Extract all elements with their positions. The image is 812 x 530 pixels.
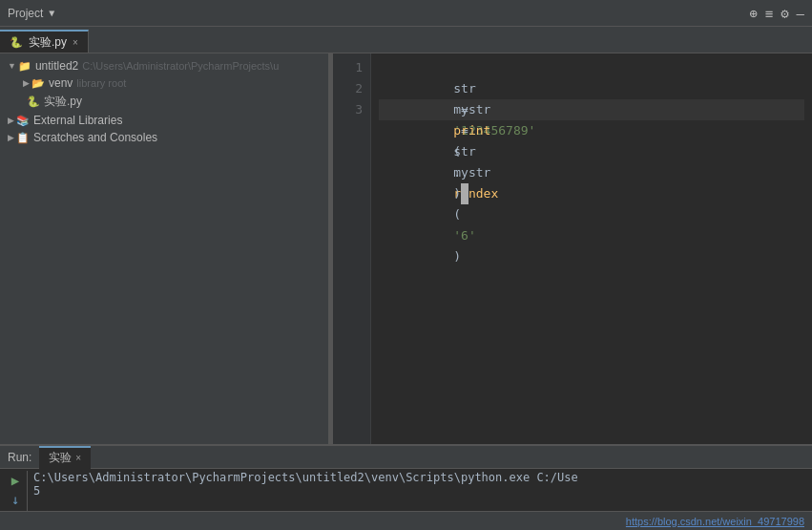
sidebar-item-external-libraries[interactable]: ▶ 📚 External Libraries bbox=[0, 112, 328, 129]
tab-label: 实验.py bbox=[29, 34, 67, 51]
run-output-text: C:\Users\Administrator\PycharmProjects\u… bbox=[33, 471, 808, 498]
tab-py-icon: 🐍 bbox=[10, 36, 23, 49]
sidebar-label-untitled2: untitled2 bbox=[35, 59, 78, 73]
run-down-button[interactable]: ↓ bbox=[8, 492, 23, 507]
line-num-1: 1 bbox=[333, 57, 363, 78]
sidebar-item-venv[interactable]: ▶ 📂 venv library root bbox=[0, 74, 328, 92]
bottom-tabs: Run: 实验 × bbox=[0, 446, 812, 469]
code-str-arg: '6' bbox=[453, 228, 475, 243]
run-play-button[interactable]: ▶ bbox=[8, 473, 23, 488]
code-var-str: str bbox=[453, 81, 475, 95]
line-numbers: 1 2 3 bbox=[333, 53, 371, 444]
venv-icon: 📂 bbox=[31, 77, 45, 90]
settings-icon[interactable]: ⚙ bbox=[781, 6, 788, 21]
sidebar: ▼ 📁 untitled2 C:\Users\Administrator\Pyc… bbox=[0, 53, 329, 444]
sidebar-tree: ▼ 📁 untitled2 C:\Users\Administrator\Pyc… bbox=[0, 53, 328, 444]
run-tab-label: 实验 bbox=[49, 450, 72, 466]
tab-bar: 🐍 实验.py × bbox=[0, 27, 812, 53]
line-num-2: 2 bbox=[333, 78, 363, 99]
bottom-panel: Run: 实验 × ▶ ↓ ↕ C:\Users\Administrator\P… bbox=[0, 444, 812, 530]
bottom-content: ▶ ↓ ↕ C:\Users\Administrator\PycharmProj… bbox=[0, 469, 812, 511]
chevron-right-icon: ▶ bbox=[23, 78, 30, 88]
run-label: Run: bbox=[0, 451, 39, 464]
sidebar-detail-venv: library root bbox=[76, 77, 126, 89]
library-icon: 📚 bbox=[16, 115, 30, 127]
project-label: Project bbox=[8, 7, 43, 20]
code-paren1: ( bbox=[453, 207, 461, 222]
code-paren2: ) bbox=[453, 249, 461, 264]
scratch-icon: 📋 bbox=[16, 132, 30, 144]
chevron-down-icon: ▼ bbox=[8, 61, 16, 71]
code-var-mystr2: mystr bbox=[453, 165, 490, 180]
sidebar-item-untitled2[interactable]: ▼ 📁 untitled2 C:\Users\Administrator\Pyc… bbox=[0, 57, 328, 74]
code-paren3: ( bbox=[453, 144, 461, 159]
sidebar-label-experiment: 实验.py bbox=[44, 94, 82, 110]
code-line-1: str = '123456789' bbox=[379, 57, 804, 78]
editor-content: 1 2 3 str = '123456789' mystr = str . bbox=[333, 53, 812, 444]
run-output-row: ▶ ↓ ↕ C:\Users\Administrator\PycharmProj… bbox=[4, 471, 808, 511]
chevron-right-icon-ext: ▶ bbox=[8, 116, 14, 125]
sidebar-item-experiment[interactable]: 🐍 实验.py bbox=[0, 92, 328, 112]
sidebar-item-scratches[interactable]: ▶ 📋 Scratches and Consoles bbox=[0, 129, 328, 146]
tab-run-experiment[interactable]: 实验 × bbox=[39, 446, 91, 469]
chevron-right-icon-scratch: ▶ bbox=[8, 133, 14, 142]
code-area[interactable]: str = '123456789' mystr = str . rindex (… bbox=[371, 53, 812, 444]
minimize-icon[interactable]: — bbox=[797, 6, 804, 21]
run-sidebar-buttons: ▶ ↓ ↕ bbox=[4, 471, 28, 511]
output-line-1: C:\Users\Administrator\PycharmProjects\u… bbox=[33, 471, 808, 484]
title-bar-icons: ⊕ ≡ ⚙ — bbox=[749, 6, 812, 21]
folder-icon: 📁 bbox=[18, 60, 31, 73]
sidebar-label-scratches: Scratches and Consoles bbox=[33, 131, 157, 144]
run-tab-close[interactable]: × bbox=[75, 453, 81, 463]
project-chevron-icon[interactable]: ▼ bbox=[49, 8, 54, 18]
code-paren4: ) bbox=[453, 186, 461, 201]
sidebar-label-external: External Libraries bbox=[33, 114, 122, 127]
line-num-3: 3 bbox=[333, 99, 363, 120]
add-icon[interactable]: ⊕ bbox=[749, 6, 757, 21]
tab-experiment[interactable]: 🐍 实验.py × bbox=[0, 30, 89, 53]
code-fn-print: print bbox=[453, 123, 490, 138]
sidebar-path-untitled2: C:\Users\Administrator\PycharmProjects\u bbox=[82, 60, 279, 72]
status-bar: https://blog.csdn.net/weixin_49717998 bbox=[0, 511, 812, 530]
title-bar: Project ▼ ⊕ ≡ ⚙ — bbox=[0, 0, 812, 27]
output-line-2: 5 bbox=[33, 484, 808, 498]
cursor bbox=[461, 183, 468, 204]
py-file-icon: 🐍 bbox=[27, 95, 40, 108]
main-area: ▼ 📁 untitled2 C:\Users\Administrator\Pyc… bbox=[0, 53, 812, 444]
collapse-icon[interactable]: ≡ bbox=[765, 6, 773, 21]
sidebar-label-venv: venv bbox=[49, 76, 73, 90]
tab-close-icon[interactable]: × bbox=[73, 37, 78, 48]
status-link[interactable]: https://blog.csdn.net/weixin_49717998 bbox=[626, 516, 804, 527]
code-var-mystr: mystr bbox=[453, 102, 490, 117]
title-bar-left: Project ▼ bbox=[0, 7, 62, 20]
editor-area: 1 2 3 str = '123456789' mystr = str . bbox=[333, 53, 812, 444]
